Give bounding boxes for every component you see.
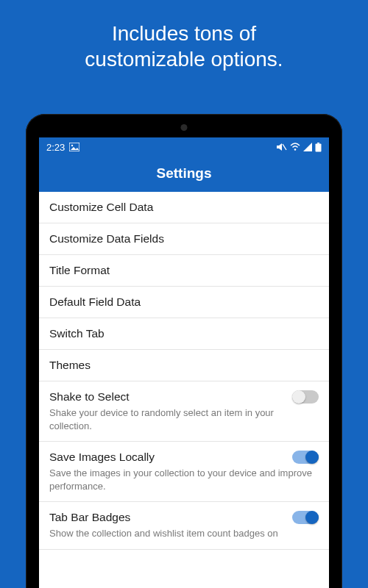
row-themes[interactable]: Themes [39, 350, 329, 381]
row-subtitle: Show the collection and wishlist item co… [49, 527, 319, 540]
device-camera [181, 124, 188, 131]
row-customize-cell-data[interactable]: Customize Cell Data [39, 192, 329, 223]
mute-icon [277, 143, 287, 151]
status-time: 2:23 [46, 142, 65, 153]
row-save-images-locally[interactable]: Save Images Locally Save the images in y… [39, 442, 329, 502]
row-label: Save Images Locally [49, 451, 155, 464]
row-label: Themes [49, 359, 319, 372]
row-label: Customize Cell Data [49, 201, 319, 214]
row-subtitle: Shake your device to randomly select an … [49, 406, 319, 432]
row-label: Customize Data Fields [49, 232, 319, 245]
row-default-field-data[interactable]: Default Field Data [39, 287, 329, 318]
promo-text: Includes tons of customizable options. [0, 0, 368, 87]
image-icon [69, 143, 79, 151]
wifi-icon [290, 143, 300, 151]
row-tab-bar-badges[interactable]: Tab Bar Badges Show the collection and w… [39, 502, 329, 550]
row-label: Switch Tab [49, 327, 319, 340]
svg-rect-4 [317, 143, 319, 144]
device-screen: 2:23 Settings Customize Cell Data Custom… [39, 137, 329, 588]
row-switch-tab[interactable]: Switch Tab [39, 318, 329, 350]
svg-point-3 [294, 148, 297, 151]
settings-list[interactable]: Customize Cell Data Customize Data Field… [39, 192, 329, 588]
device-frame: 2:23 Settings Customize Cell Data Custom… [26, 114, 342, 588]
row-customize-data-fields[interactable]: Customize Data Fields [39, 223, 329, 255]
row-label: Shake to Select [49, 390, 130, 404]
row-shake-to-select[interactable]: Shake to Select Shake your device to ran… [39, 381, 329, 442]
row-label: Title Format [49, 264, 319, 277]
svg-rect-5 [316, 143, 322, 151]
signal-icon [303, 143, 312, 151]
status-bar: 2:23 [39, 137, 329, 157]
app-bar: Settings [39, 157, 329, 192]
row-label: Default Field Data [49, 295, 319, 309]
svg-line-2 [283, 144, 286, 150]
toggle-switch[interactable] [292, 390, 319, 404]
promo-line2: customizable options. [85, 48, 283, 71]
toggle-switch[interactable] [292, 511, 319, 524]
battery-icon [315, 143, 322, 152]
row-subtitle: Save the images in your collection to yo… [49, 467, 319, 492]
promo-line1: Includes tons of [112, 22, 256, 45]
row-label: Tab Bar Badges [49, 511, 130, 524]
row-title-format[interactable]: Title Format [39, 255, 329, 287]
toggle-switch[interactable] [292, 451, 319, 464]
app-bar-title: Settings [157, 165, 212, 181]
svg-rect-0 [69, 143, 79, 151]
svg-point-1 [71, 145, 73, 146]
